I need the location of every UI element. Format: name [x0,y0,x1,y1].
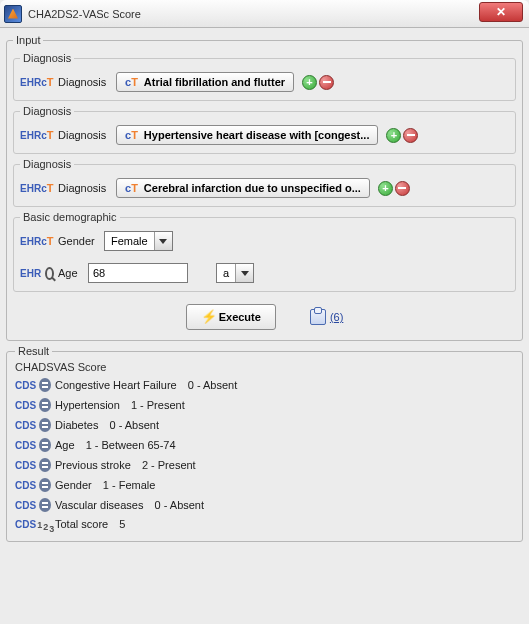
diagnosis-label: Diagnosis [58,182,112,194]
diagnosis-legend: Diagnosis [20,105,74,117]
demographic-group: Basic demographic EHRcT Gender Female EH… [13,211,516,292]
diagnosis-group: Diagnosis EHRcT Diagnosis cT Cerebral in… [13,158,516,207]
age-row: EHR Age a [20,261,509,285]
result-item: CDS Vascular diseases 0 - Absent [15,495,514,515]
remove-diagnosis-button[interactable] [319,75,334,90]
add-diagnosis-button[interactable] [386,128,401,143]
gender-row: EHRcT Gender Female [20,229,509,253]
gender-select[interactable]: Female [104,231,173,251]
execute-row: Execute (6) [13,296,516,334]
gender-label: Gender [58,235,100,247]
clipboard-icon [310,309,326,325]
diagnosis-group: Diagnosis EHRcT Diagnosis cT Hypertensiv… [13,105,516,154]
input-group: Input Diagnosis EHRcT Diagnosis cT Atria… [6,34,523,341]
remove-diagnosis-button[interactable] [395,181,410,196]
result-item: CDS Congestive Heart Failure 0 - Absent [15,375,514,395]
cds-icon: CDS [15,398,51,412]
remove-diagnosis-button[interactable] [403,128,418,143]
log-link[interactable]: (6) [310,309,343,325]
result-label: Diabetes [55,419,98,431]
cds-icon: CDS [15,378,51,392]
result-item: CDS Age 1 - Between 65-74 [15,435,514,455]
result-item: CDS Hypertension 1 - Present [15,395,514,415]
bolt-icon [201,310,213,324]
ehr-ct-icon: EHRcT [20,129,54,141]
add-diagnosis-button[interactable] [378,181,393,196]
result-total: CDS123 Total score 5 [15,515,514,533]
cds-icon: CDS [15,458,51,472]
add-remove-controls [302,75,334,90]
score-legend: CHADSVAS Score [15,361,107,373]
result-legend: Result [15,345,52,357]
result-label: Gender [55,479,92,491]
result-value: 2 - Present [142,459,196,471]
result-label: Hypertension [55,399,120,411]
result-label: Age [55,439,75,451]
window-body: Input Diagnosis EHRcT Diagnosis cT Atria… [0,28,529,548]
cds-icon: CDS [15,418,51,432]
cds-icon: CDS [15,438,51,452]
cds-icon: CDS [15,498,51,512]
ehr-q-icon: EHR [20,267,54,280]
diagnosis-value-button[interactable]: cT Hypertensive heart disease with [cong… [116,125,378,145]
diagnosis-label: Diagnosis [58,76,112,88]
ehr-ct-icon: EHRcT [20,182,54,194]
diagnosis-row: EHRcT Diagnosis cT Hypertensive heart di… [20,123,509,147]
log-count: (6) [330,311,343,323]
diagnosis-value-button[interactable]: cT Atrial fibrillation and flutter [116,72,294,92]
execute-label: Execute [219,311,261,323]
diagnosis-legend: Diagnosis [20,158,74,170]
ct-icon: cT [125,182,138,194]
add-diagnosis-button[interactable] [302,75,317,90]
close-button[interactable]: ✕ [479,2,523,22]
result-item: CDS Gender 1 - Female [15,475,514,495]
result-value: 1 - Female [103,479,156,491]
result-value: 1 - Present [131,399,185,411]
age-unit-select[interactable]: a [216,263,254,283]
gender-value: Female [105,232,154,250]
ct-icon: cT [125,129,138,141]
result-label: Vascular diseases [55,499,143,511]
chevron-down-icon [235,264,253,282]
result-item: CDS Previous stroke 2 - Present [15,455,514,475]
ehr-ct-icon: EHRcT [20,76,54,88]
diagnosis-group: Diagnosis EHRcT Diagnosis cT Atrial fibr… [13,52,516,101]
result-item: CDS Diabetes 0 - Absent [15,415,514,435]
ct-icon: cT [125,76,138,88]
window-title: CHA2DS2-VASc Score [28,8,141,20]
diagnosis-text: Hypertensive heart disease with [congest… [144,129,370,141]
result-value: 0 - Absent [109,419,159,431]
age-label: Age [58,267,84,279]
result-label: Congestive Heart Failure [55,379,177,391]
age-input[interactable] [88,263,188,283]
input-legend: Input [13,34,43,46]
window: CHA2DS2-VASc Score ✕ Input Diagnosis EHR… [0,0,529,624]
diagnosis-label: Diagnosis [58,129,112,141]
titlebar: CHA2DS2-VASc Score ✕ [0,0,529,28]
result-group: Result CHADSVAS Score CDS Congestive Hea… [6,345,523,542]
app-icon [4,5,22,23]
diagnosis-text: Atrial fibrillation and flutter [144,76,285,88]
ehr-ct-icon: EHRcT [20,235,54,247]
magnifier-icon [45,267,54,280]
age-unit-value: a [217,264,235,282]
result-value: 0 - Absent [155,499,205,511]
diagnosis-value-button[interactable]: cT Cerebral infarction due to unspecifie… [116,178,370,198]
demographic-legend: Basic demographic [20,211,120,223]
execute-button[interactable]: Execute [186,304,276,330]
diagnosis-legend: Diagnosis [20,52,74,64]
result-label: Previous stroke [55,459,131,471]
result-value: 0 - Absent [188,379,238,391]
diagnosis-row: EHRcT Diagnosis cT Atrial fibrillation a… [20,70,509,94]
result-value: 1 - Between 65-74 [86,439,176,451]
cds-icon: CDS [15,478,51,492]
add-remove-controls [378,181,410,196]
add-remove-controls [386,128,418,143]
diagnosis-row: EHRcT Diagnosis cT Cerebral infarction d… [20,176,509,200]
chevron-down-icon [154,232,172,250]
score-group: CHADSVAS Score CDS Congestive Heart Fail… [15,361,514,533]
total-label: Total score [55,518,108,530]
close-icon: ✕ [496,5,506,19]
total-value: 5 [119,518,125,530]
diagnosis-text: Cerebral infarction due to unspecified o… [144,182,361,194]
